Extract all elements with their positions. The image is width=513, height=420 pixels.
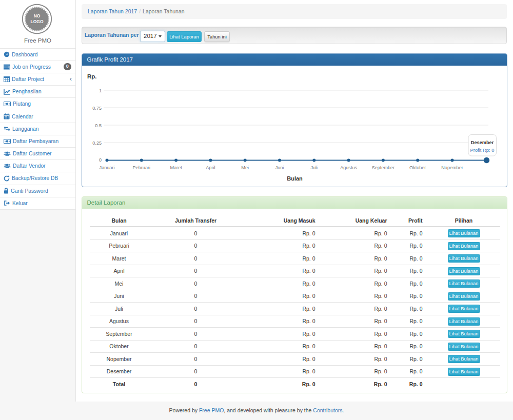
- svg-text:Profit Rp: 0: Profit Rp: 0: [470, 147, 494, 153]
- svg-text:Mei: Mei: [241, 165, 249, 170]
- svg-text:0.75: 0.75: [92, 106, 102, 111]
- svg-text:LOGO: LOGO: [30, 19, 43, 24]
- svg-text:0: 0: [98, 157, 101, 163]
- svg-text:0.5: 0.5: [95, 123, 102, 128]
- svg-text:1: 1: [98, 88, 101, 93]
- svg-text:Desember: Desember: [470, 140, 494, 145]
- svg-text:Juli: Juli: [310, 165, 318, 170]
- svg-text:September: September: [371, 165, 394, 170]
- svg-text:Oktober: Oktober: [409, 165, 426, 170]
- svg-text:Maret: Maret: [170, 165, 182, 170]
- svg-text:Nopember: Nopember: [441, 165, 463, 170]
- svg-text:Agustus: Agustus: [340, 165, 357, 170]
- svg-text:Pebruari: Pebruari: [132, 165, 150, 170]
- svg-text:Rp.: Rp.: [87, 73, 97, 79]
- svg-text:Juni: Juni: [275, 165, 284, 170]
- svg-text:0.25: 0.25: [92, 141, 102, 146]
- svg-text:Januari: Januari: [99, 165, 114, 170]
- svg-text:Bulan: Bulan: [287, 175, 303, 182]
- svg-text:April: April: [206, 165, 215, 170]
- svg-text:NO: NO: [34, 13, 41, 18]
